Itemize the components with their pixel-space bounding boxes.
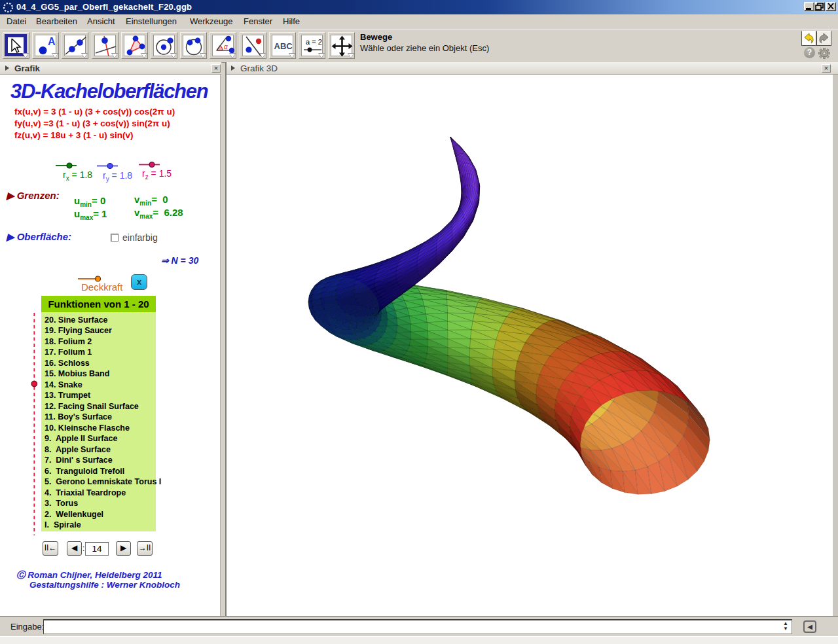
svg-text:ABC: ABC — [274, 41, 293, 51]
svg-text:α: α — [224, 43, 228, 50]
svg-text:a = 2: a = 2 — [306, 38, 322, 46]
svg-text:A: A — [48, 36, 56, 47]
